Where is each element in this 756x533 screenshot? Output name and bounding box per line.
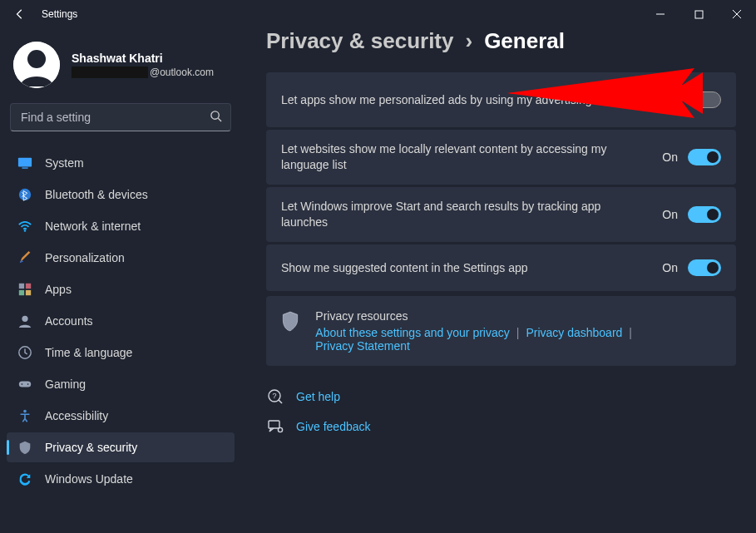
user-email: @outlook.com <box>72 67 214 78</box>
sidebar-item-personalization[interactable]: Personalization <box>7 243 235 273</box>
get-help-row[interactable]: ? Get help <box>266 387 736 406</box>
maximize-button[interactable] <box>679 0 718 28</box>
user-block[interactable]: Shashwat Khatri @outlook.com <box>7 28 235 103</box>
email-redacted <box>72 67 148 78</box>
sidebar-item-label: Apps <box>45 283 72 296</box>
svg-rect-9 <box>26 284 31 289</box>
sidebar-item-label: Gaming <box>45 378 86 391</box>
sidebar-item-network[interactable]: Network & internet <box>7 211 235 241</box>
svg-point-15 <box>22 383 23 385</box>
user-name: Shashwat Khatri <box>72 52 214 65</box>
sidebar-item-label: Accessibility <box>45 409 108 422</box>
breadcrumb: Privacy & security › General <box>266 28 736 54</box>
setting-suggested-content[interactable]: Show me suggested content in the Setting… <box>266 244 736 291</box>
link-privacy-statement[interactable]: Privacy Statement <box>315 339 410 353</box>
setting-label: Let websites show me locally relevant co… <box>281 141 662 173</box>
svg-point-7 <box>24 229 27 232</box>
sidebar-item-accessibility[interactable]: Accessibility <box>7 401 235 431</box>
setting-label: Let Windows improve Start and search res… <box>281 199 662 230</box>
get-help-link[interactable]: Get help <box>296 390 340 403</box>
toggle-state: On <box>662 208 678 221</box>
main-content: Privacy & security › General Let apps sh… <box>241 28 756 533</box>
sidebar-item-label: System <box>45 156 84 170</box>
sidebar-item-accounts[interactable]: Accounts <box>7 306 235 336</box>
sidebar-item-gaming[interactable]: Gaming <box>7 369 235 399</box>
svg-rect-0 <box>695 11 703 18</box>
resources-title: Privacy resources <box>315 309 721 323</box>
sidebar-item-update[interactable]: Windows Update <box>7 464 235 494</box>
sidebar-item-apps[interactable]: Apps <box>7 274 235 304</box>
breadcrumb-parent[interactable]: Privacy & security <box>266 28 453 54</box>
sidebar-item-label: Personalization <box>45 251 125 264</box>
svg-point-17 <box>23 410 27 413</box>
sidebar-item-label: Bluetooth & devices <box>45 188 148 201</box>
toggle-state: Off <box>663 93 678 106</box>
avatar <box>13 42 60 88</box>
toggle-state: On <box>662 261 678 274</box>
breadcrumb-current: General <box>484 28 565 54</box>
sidebar-item-label: Windows Update <box>45 472 133 486</box>
search-input[interactable] <box>19 110 210 125</box>
sidebar-item-time[interactable]: Time & language <box>7 338 235 368</box>
help-icon: ? <box>266 387 284 406</box>
minimize-button[interactable] <box>641 0 679 28</box>
gamepad-icon <box>17 376 33 392</box>
setting-label: Let apps show me personalized ads by usi… <box>281 92 663 108</box>
setting-language-content[interactable]: Let websites show me locally relevant co… <box>266 130 736 185</box>
sidebar-item-system[interactable]: System <box>7 148 235 178</box>
settings-list: Let apps show me personalized ads by usi… <box>266 72 736 366</box>
apps-icon <box>17 281 33 298</box>
nav-list: System Bluetooth & devices Network & int… <box>7 146 235 526</box>
shield-icon <box>281 311 300 335</box>
svg-point-3 <box>211 111 219 119</box>
svg-rect-4 <box>18 158 32 167</box>
accessibility-icon <box>17 407 33 424</box>
feedback-link[interactable]: Give feedback <box>296 420 371 433</box>
search-icon <box>210 110 222 125</box>
toggle-switch[interactable] <box>688 206 721 223</box>
toggle-switch[interactable] <box>688 149 721 165</box>
sidebar-item-privacy[interactable]: Privacy & security <box>7 432 235 462</box>
toggle-switch[interactable] <box>688 259 721 276</box>
setting-app-launches[interactable]: Let Windows improve Start and search res… <box>266 187 736 242</box>
system-icon <box>17 155 33 171</box>
toggle-state: On <box>662 151 678 164</box>
sidebar-item-bluetooth[interactable]: Bluetooth & devices <box>7 180 235 210</box>
svg-rect-10 <box>19 290 24 295</box>
svg-rect-5 <box>22 167 27 168</box>
clock-icon <box>17 344 33 361</box>
titlebar: Settings <box>0 0 756 28</box>
link-about-privacy[interactable]: About these settings and your privacy <box>315 326 509 339</box>
svg-rect-11 <box>26 290 31 295</box>
sidebar-item-label: Accounts <box>45 314 93 328</box>
setting-advertising-id[interactable]: Let apps show me personalized ads by usi… <box>266 72 736 127</box>
sidebar-item-label: Network & internet <box>45 220 141 233</box>
sidebar: Shashwat Khatri @outlook.com <box>0 28 241 533</box>
search-box[interactable] <box>10 103 231 131</box>
link-privacy-dashboard[interactable]: Privacy dashboard <box>526 326 622 339</box>
svg-rect-8 <box>19 284 24 289</box>
bluetooth-icon <box>17 186 33 203</box>
wifi-icon <box>17 218 33 234</box>
shield-icon <box>17 439 33 456</box>
svg-point-12 <box>22 316 27 322</box>
email-suffix: @outlook.com <box>150 67 214 78</box>
back-button[interactable] <box>10 4 30 24</box>
svg-point-24 <box>278 427 282 432</box>
svg-text:?: ? <box>272 392 276 400</box>
update-icon <box>17 471 33 487</box>
chevron-right-icon: › <box>465 28 472 54</box>
svg-rect-23 <box>269 421 279 428</box>
sidebar-item-label: Privacy & security <box>45 441 137 454</box>
feedback-icon <box>266 417 284 436</box>
close-button[interactable] <box>718 0 756 28</box>
setting-label: Show me suggested content in the Setting… <box>281 260 662 276</box>
privacy-resources-panel: Privacy resources About these settings a… <box>266 296 736 366</box>
accounts-icon <box>17 313 33 329</box>
sidebar-item-label: Time & language <box>45 346 132 359</box>
window-title: Settings <box>42 8 77 20</box>
svg-rect-14 <box>19 381 31 387</box>
svg-point-2 <box>27 50 46 68</box>
toggle-switch[interactable] <box>688 91 721 108</box>
feedback-row[interactable]: Give feedback <box>266 417 736 436</box>
